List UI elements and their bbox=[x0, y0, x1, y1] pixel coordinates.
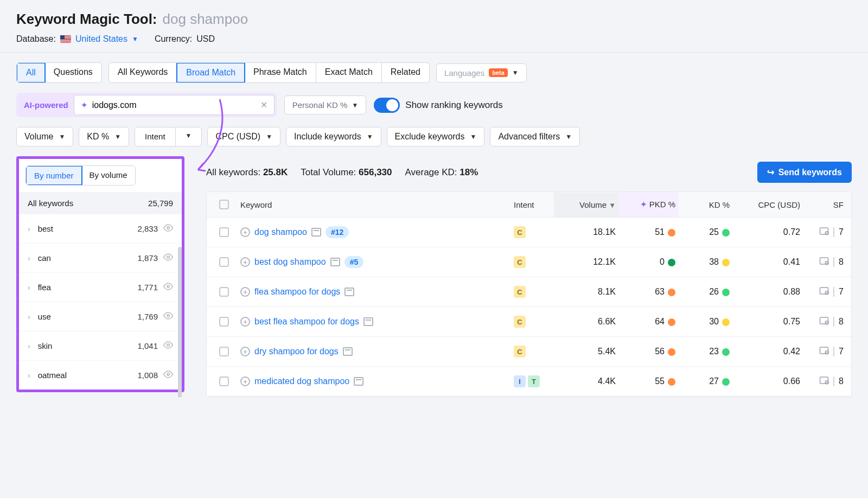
serp-icon[interactable] bbox=[363, 317, 373, 326]
serp-features-icon[interactable] bbox=[819, 346, 829, 357]
chevron-down-icon: ▼ bbox=[114, 133, 121, 141]
keyword-link[interactable]: dry shampoo for dogs bbox=[254, 347, 339, 356]
sidebar-item[interactable]: › use 1,769 bbox=[19, 302, 182, 331]
serp-features-icon[interactable] bbox=[819, 257, 829, 267]
eye-icon[interactable] bbox=[163, 282, 173, 293]
chevron-down-icon: ▼ bbox=[470, 133, 477, 141]
database-selector[interactable]: Database: United States ▼ bbox=[16, 34, 138, 44]
serp-icon[interactable] bbox=[343, 347, 353, 356]
expand-icon[interactable]: + bbox=[240, 227, 250, 237]
languages-label: Languages bbox=[444, 68, 484, 78]
row-checkbox[interactable] bbox=[219, 287, 229, 297]
table-row: + medicated dog shampoo IT 4.4K 55 27 0.… bbox=[207, 367, 851, 397]
row-checkbox[interactable] bbox=[219, 227, 229, 237]
sidebar-item[interactable]: › flea 1,771 bbox=[19, 273, 182, 302]
col-keyword[interactable]: Keyword bbox=[237, 200, 510, 209]
sidebar-all-count: 25,799 bbox=[148, 199, 173, 208]
filter-volume[interactable]: Volume▼ bbox=[16, 127, 73, 146]
chevron-down-icon: ▼ bbox=[132, 35, 138, 43]
col-sf[interactable]: SF bbox=[803, 200, 847, 209]
row-checkbox[interactable] bbox=[219, 317, 229, 327]
expand-icon[interactable]: + bbox=[240, 376, 250, 386]
col-volume[interactable]: Volume▼ bbox=[554, 193, 619, 217]
table-row: + best flea shampoo for dogs C 6.6K 64 3… bbox=[207, 307, 851, 337]
sidebar-item[interactable]: › oatmeal 1,008 bbox=[19, 361, 182, 390]
serp-icon[interactable] bbox=[311, 228, 321, 237]
serp-icon[interactable] bbox=[344, 288, 354, 296]
currency-label: Currency: bbox=[155, 34, 192, 44]
domain-input-wrapper[interactable]: ✦ ✕ bbox=[74, 95, 275, 115]
volume-value: 5.4K bbox=[554, 347, 619, 356]
expand-icon[interactable]: + bbox=[240, 317, 250, 327]
tab-questions[interactable]: Questions bbox=[45, 63, 101, 82]
filter-kd[interactable]: KD %▼ bbox=[79, 127, 129, 146]
languages-dropdown[interactable]: Languages beta ▼ bbox=[436, 63, 527, 82]
cpc-value: 0.66 bbox=[733, 376, 803, 386]
tab-related[interactable]: Related bbox=[382, 63, 429, 82]
eye-icon[interactable] bbox=[163, 340, 173, 352]
tab-all-keywords[interactable]: All Keywords bbox=[109, 63, 177, 82]
sidebar-item[interactable]: › best 2,833 bbox=[19, 214, 182, 244]
keyword-link[interactable]: flea shampoo for dogs bbox=[254, 287, 340, 297]
col-intent[interactable]: Intent bbox=[510, 200, 554, 209]
domain-input[interactable] bbox=[92, 100, 256, 110]
pkd-value: 0 bbox=[619, 257, 679, 267]
kd-value: 25 bbox=[679, 227, 733, 237]
keyword-link[interactable]: medicated dog shampoo bbox=[254, 376, 349, 386]
row-checkbox[interactable] bbox=[219, 347, 229, 356]
col-pkd[interactable]: ✦PKD % bbox=[619, 192, 679, 217]
clear-icon[interactable]: ✕ bbox=[260, 100, 267, 110]
expand-icon[interactable]: + bbox=[240, 257, 250, 267]
svg-point-4 bbox=[167, 344, 170, 347]
serp-features-icon[interactable] bbox=[819, 286, 829, 297]
sidebar-item[interactable]: › can 1,873 bbox=[19, 244, 182, 273]
col-kd[interactable]: KD % bbox=[679, 200, 733, 209]
filter-intent[interactable]: Intent▼ bbox=[135, 127, 202, 146]
filter-include[interactable]: Include keywords▼ bbox=[286, 127, 381, 146]
sidebar-all-keywords[interactable]: All keywords 25,799 bbox=[19, 192, 182, 214]
serp-icon[interactable] bbox=[330, 258, 340, 266]
serp-features-icon[interactable] bbox=[819, 316, 829, 327]
eye-icon[interactable] bbox=[163, 311, 173, 322]
serp-features-icon[interactable] bbox=[819, 376, 829, 387]
filter-cpc[interactable]: CPC (USD)▼ bbox=[207, 127, 280, 146]
serp-features-icon[interactable] bbox=[819, 227, 829, 238]
eye-icon[interactable] bbox=[163, 223, 173, 234]
intent-badge: C bbox=[514, 286, 526, 298]
filter-exclude[interactable]: Exclude keywords▼ bbox=[387, 127, 485, 146]
sidebar-item[interactable]: › skin 1,041 bbox=[19, 331, 182, 361]
keyword-link[interactable]: best flea shampoo for dogs bbox=[254, 317, 359, 327]
difficulty-dot bbox=[722, 229, 730, 237]
tab-broad-match[interactable]: Broad Match bbox=[176, 62, 245, 83]
group-count: 1,873 bbox=[137, 253, 158, 263]
scrollbar[interactable] bbox=[178, 247, 182, 397]
chevron-down-icon: ▼ bbox=[512, 69, 519, 76]
keyword-link[interactable]: best dog shampoo bbox=[254, 257, 326, 267]
send-keywords-button[interactable]: ↪ Send keywords bbox=[757, 162, 852, 183]
filter-advanced[interactable]: Advanced filters▼ bbox=[490, 127, 580, 146]
group-count: 1,771 bbox=[137, 283, 158, 292]
select-all-checkbox[interactable] bbox=[219, 200, 229, 209]
kd-value: 27 bbox=[679, 376, 733, 386]
eye-icon[interactable] bbox=[163, 252, 173, 264]
row-checkbox[interactable] bbox=[219, 257, 229, 267]
eye-icon[interactable] bbox=[163, 369, 173, 381]
tab-all[interactable]: All bbox=[16, 62, 46, 83]
us-flag-icon bbox=[60, 35, 71, 43]
chevron-right-icon: › bbox=[28, 225, 30, 233]
personal-kd-dropdown[interactable]: Personal KD % ▼ bbox=[284, 95, 367, 114]
tab-phrase-match[interactable]: Phrase Match bbox=[245, 63, 316, 82]
col-cpc[interactable]: CPC (USD) bbox=[733, 200, 803, 209]
row-checkbox[interactable] bbox=[219, 376, 229, 386]
sidebar-all-label: All keywords bbox=[28, 199, 73, 208]
difficulty-dot bbox=[668, 318, 675, 326]
expand-icon[interactable]: + bbox=[240, 287, 250, 297]
database-label: Database: bbox=[16, 34, 56, 44]
tab-exact-match[interactable]: Exact Match bbox=[316, 63, 382, 82]
tab-by-volume[interactable]: By volume bbox=[82, 166, 135, 185]
ranking-keywords-toggle[interactable] bbox=[374, 98, 400, 113]
serp-icon[interactable] bbox=[354, 377, 363, 386]
tab-by-number[interactable]: By number bbox=[25, 165, 82, 186]
expand-icon[interactable]: + bbox=[240, 347, 250, 356]
keyword-link[interactable]: dog shampoo bbox=[254, 227, 307, 237]
